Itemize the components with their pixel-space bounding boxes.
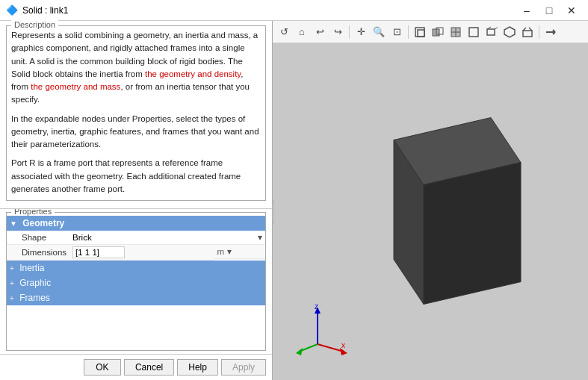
- frames-expand-icon: +: [10, 294, 14, 302]
- toolbar-zoombox-button[interactable]: ⊡: [389, 24, 405, 40]
- window-title: Solid : link1: [22, 5, 68, 16]
- dimensions-value-cell[interactable]: [69, 245, 214, 261]
- dimensions-unit: m: [217, 247, 225, 256]
- right-panel: ↺ ⌂ ↩ ↪ ✛ 🔍 ⊡: [273, 21, 588, 380]
- bottom-bar: OK Cancel Help Apply: [0, 354, 272, 380]
- toolbar-pan-button[interactable]: ✛: [353, 24, 369, 40]
- toolbar-sep-3: [539, 25, 539, 39]
- toolbar-zoom-button[interactable]: 🔍: [371, 24, 387, 40]
- x-axis-label: x: [341, 341, 345, 349]
- dimensions-dropdown-icon[interactable]: ▾: [227, 246, 232, 257]
- ok-button[interactable]: OK: [84, 359, 121, 376]
- left-panel: Description Represents a solid combining…: [0, 21, 273, 380]
- shape-label: Shape: [7, 231, 69, 245]
- toolbar-sep-1: [349, 25, 350, 39]
- description-text: Represents a solid combining a geometry,…: [11, 29, 261, 196]
- help-button[interactable]: Help: [177, 359, 218, 376]
- svg-line-23: [318, 344, 344, 352]
- description-para-3: Port R is a frame port that represents a…: [11, 157, 261, 196]
- dimensions-unit-cell: m ▾: [214, 245, 265, 259]
- geometry-expand-icon: ▼: [10, 219, 17, 228]
- svg-marker-11: [504, 27, 515, 37]
- svg-marker-26: [296, 348, 303, 355]
- svg-rect-1: [418, 30, 424, 37]
- graphic-expand-icon: +: [10, 279, 14, 287]
- inertia-label: Inertia: [19, 263, 44, 273]
- cancel-button[interactable]: Cancel: [124, 359, 174, 376]
- cube-svg: [341, 95, 551, 326]
- description-para-2: In the expandable nodes under Properties…: [11, 113, 261, 152]
- dimensions-row: Dimensions m ▾: [7, 245, 265, 261]
- shape-row: Shape Brick ▾: [7, 231, 265, 245]
- toolbar-sep-2: [408, 25, 409, 39]
- title-controls: – □ ✕: [516, 2, 582, 19]
- graphic-group-header[interactable]: + Graphic: [7, 275, 265, 290]
- toolbar: ↺ ⌂ ↩ ↪ ✛ 🔍 ⊡: [273, 21, 588, 43]
- shape-value-cell: Brick ▾: [69, 231, 265, 245]
- toolbar-undo-button[interactable]: ↩: [312, 24, 328, 40]
- geometry-group-header[interactable]: ▼ Geometry: [7, 216, 265, 231]
- svg-marker-20: [424, 162, 521, 304]
- dimensions-input[interactable]: [72, 246, 125, 258]
- toolbar-view2-button[interactable]: [430, 24, 446, 40]
- svg-line-10: [495, 27, 498, 29]
- description-fieldset: Description Represents a solid combining…: [6, 25, 266, 201]
- toolbar-refresh-button[interactable]: ↺: [276, 24, 292, 40]
- frames-group-header[interactable]: + Frames: [7, 290, 265, 305]
- toolbar-view3-button[interactable]: [448, 24, 464, 40]
- svg-rect-8: [487, 29, 495, 35]
- description-para-1: Represents a solid combining a geometry,…: [11, 29, 261, 107]
- toolbar-redo-button[interactable]: ↪: [329, 24, 346, 40]
- shape-dropdown-icon[interactable]: ▾: [258, 232, 262, 243]
- svg-rect-12: [523, 31, 532, 37]
- toolbar-view6-button[interactable]: [501, 24, 518, 40]
- z-axis-label: z: [315, 303, 318, 311]
- properties-fieldset: Properties ▼ Geometry Shape: [6, 212, 266, 351]
- toolbar-reset-button[interactable]: [542, 24, 559, 40]
- axes-svg: z x: [295, 303, 347, 355]
- window-icon: 🔷: [6, 4, 18, 16]
- title-bar: 🔷 Solid : link1 – □ ✕: [0, 0, 588, 21]
- inertia-expand-icon: +: [10, 264, 14, 272]
- maximize-button[interactable]: □: [539, 2, 560, 19]
- svg-rect-0: [415, 28, 424, 37]
- toolbar-view7-button[interactable]: [519, 24, 536, 40]
- axes-display: z x: [295, 303, 347, 358]
- toolbar-view5-button[interactable]: [483, 24, 500, 40]
- svg-rect-7: [469, 28, 478, 37]
- viewport[interactable]: «: [273, 43, 588, 380]
- properties-section: Properties ▼ Geometry Shape: [0, 209, 272, 354]
- toolbar-view1-button[interactable]: [412, 24, 428, 40]
- graphic-label: Graphic: [19, 278, 51, 288]
- cube-3d: [341, 95, 551, 328]
- close-button[interactable]: ✕: [561, 2, 582, 19]
- frames-label: Frames: [19, 293, 50, 303]
- description-legend: Description: [11, 20, 58, 29]
- apply-button[interactable]: Apply: [221, 359, 266, 376]
- properties-legend: Properties: [11, 209, 55, 216]
- inertia-group-header[interactable]: + Inertia: [7, 261, 265, 276]
- minimize-button[interactable]: –: [516, 2, 537, 19]
- toolbar-view4-button[interactable]: [465, 24, 482, 40]
- description-section: Description Represents a solid combining…: [0, 21, 272, 209]
- shape-value: Brick: [72, 233, 92, 242]
- toolbar-home-button[interactable]: ⌂: [294, 24, 310, 40]
- geometry-label: Geometry: [22, 218, 64, 228]
- dimensions-label: Dimensions: [7, 245, 69, 261]
- main-container: Description Represents a solid combining…: [0, 21, 588, 380]
- collapse-panel-button[interactable]: «: [273, 201, 274, 223]
- properties-table: ▼ Geometry Shape Brick ▾: [7, 216, 265, 305]
